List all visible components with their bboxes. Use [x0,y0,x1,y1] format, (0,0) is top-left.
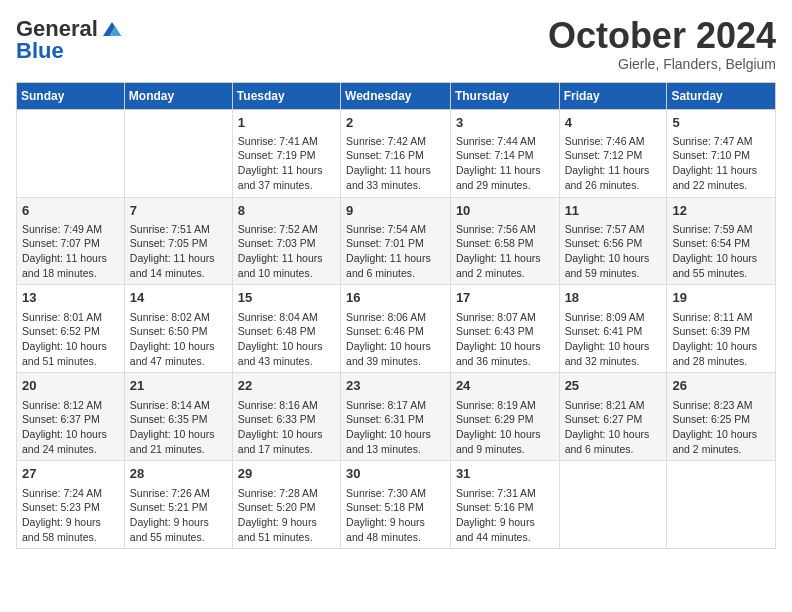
day-number: 13 [22,289,119,307]
day-info: Daylight: 10 hours and 32 minutes. [565,339,662,368]
calendar-cell: 26Sunrise: 8:23 AMSunset: 6:25 PMDayligh… [667,373,776,461]
day-info: Sunrise: 8:06 AM [346,310,445,325]
day-info: Sunrise: 7:47 AM [672,134,770,149]
day-info: Sunset: 6:50 PM [130,324,227,339]
day-info: Sunset: 5:18 PM [346,500,445,515]
day-info: Sunrise: 7:56 AM [456,222,554,237]
day-info: Sunrise: 7:30 AM [346,486,445,501]
day-number: 31 [456,465,554,483]
day-info: Daylight: 10 hours and 6 minutes. [565,427,662,456]
day-info: Sunset: 6:52 PM [22,324,119,339]
day-info: Sunset: 6:48 PM [238,324,335,339]
header-monday: Monday [124,82,232,109]
day-info: Sunset: 7:16 PM [346,148,445,163]
day-number: 30 [346,465,445,483]
calendar-cell: 7Sunrise: 7:51 AMSunset: 7:05 PMDaylight… [124,197,232,285]
calendar-cell: 25Sunrise: 8:21 AMSunset: 6:27 PMDayligh… [559,373,667,461]
day-info: Daylight: 10 hours and 59 minutes. [565,251,662,280]
day-number: 10 [456,202,554,220]
day-info: Sunset: 6:27 PM [565,412,662,427]
day-info: Daylight: 11 hours and 18 minutes. [22,251,119,280]
calendar-cell [17,109,125,197]
day-info: Daylight: 10 hours and 55 minutes. [672,251,770,280]
day-info: Daylight: 11 hours and 37 minutes. [238,163,335,192]
day-number: 6 [22,202,119,220]
calendar-cell: 20Sunrise: 8:12 AMSunset: 6:37 PMDayligh… [17,373,125,461]
day-info: Sunset: 6:41 PM [565,324,662,339]
day-info: Sunrise: 7:57 AM [565,222,662,237]
day-info: Sunset: 7:07 PM [22,236,119,251]
calendar-cell: 29Sunrise: 7:28 AMSunset: 5:20 PMDayligh… [232,461,340,549]
day-info: Daylight: 11 hours and 6 minutes. [346,251,445,280]
calendar-cell: 1Sunrise: 7:41 AMSunset: 7:19 PMDaylight… [232,109,340,197]
calendar-week-2: 6Sunrise: 7:49 AMSunset: 7:07 PMDaylight… [17,197,776,285]
day-info: Sunset: 7:03 PM [238,236,335,251]
calendar-body: 1Sunrise: 7:41 AMSunset: 7:19 PMDaylight… [17,109,776,549]
day-info: Sunrise: 7:49 AM [22,222,119,237]
logo-icon [101,20,123,38]
day-info: Sunrise: 8:17 AM [346,398,445,413]
day-info: Daylight: 11 hours and 26 minutes. [565,163,662,192]
calendar-cell: 10Sunrise: 7:56 AMSunset: 6:58 PMDayligh… [450,197,559,285]
header-thursday: Thursday [450,82,559,109]
day-number: 7 [130,202,227,220]
calendar-week-4: 20Sunrise: 8:12 AMSunset: 6:37 PMDayligh… [17,373,776,461]
day-info: Daylight: 10 hours and 28 minutes. [672,339,770,368]
calendar-week-3: 13Sunrise: 8:01 AMSunset: 6:52 PMDayligh… [17,285,776,373]
day-info: Sunset: 6:29 PM [456,412,554,427]
day-info: Sunrise: 7:54 AM [346,222,445,237]
calendar-cell: 9Sunrise: 7:54 AMSunset: 7:01 PMDaylight… [341,197,451,285]
day-number: 5 [672,114,770,132]
day-number: 19 [672,289,770,307]
calendar-cell: 28Sunrise: 7:26 AMSunset: 5:21 PMDayligh… [124,461,232,549]
day-number: 29 [238,465,335,483]
day-number: 1 [238,114,335,132]
day-number: 24 [456,377,554,395]
day-info: Sunrise: 7:51 AM [130,222,227,237]
day-info: Daylight: 10 hours and 51 minutes. [22,339,119,368]
day-number: 11 [565,202,662,220]
day-info: Sunrise: 8:14 AM [130,398,227,413]
day-info: Daylight: 11 hours and 22 minutes. [672,163,770,192]
header-tuesday: Tuesday [232,82,340,109]
day-info: Sunrise: 7:44 AM [456,134,554,149]
day-info: Sunset: 6:31 PM [346,412,445,427]
calendar-cell: 4Sunrise: 7:46 AMSunset: 7:12 PMDaylight… [559,109,667,197]
day-info: Sunset: 6:58 PM [456,236,554,251]
day-info: Sunset: 6:39 PM [672,324,770,339]
day-info: Daylight: 9 hours and 58 minutes. [22,515,119,544]
calendar-cell: 24Sunrise: 8:19 AMSunset: 6:29 PMDayligh… [450,373,559,461]
day-info: Sunrise: 7:46 AM [565,134,662,149]
day-info: Daylight: 9 hours and 44 minutes. [456,515,554,544]
day-info: Sunset: 6:37 PM [22,412,119,427]
calendar-cell: 21Sunrise: 8:14 AMSunset: 6:35 PMDayligh… [124,373,232,461]
day-info: Sunrise: 8:19 AM [456,398,554,413]
calendar-cell: 17Sunrise: 8:07 AMSunset: 6:43 PMDayligh… [450,285,559,373]
header-wednesday: Wednesday [341,82,451,109]
day-info: Sunset: 5:20 PM [238,500,335,515]
day-info: Sunset: 6:33 PM [238,412,335,427]
calendar-cell: 30Sunrise: 7:30 AMSunset: 5:18 PMDayligh… [341,461,451,549]
calendar-cell [667,461,776,549]
day-info: Sunrise: 8:07 AM [456,310,554,325]
calendar-table: Sunday Monday Tuesday Wednesday Thursday… [16,82,776,550]
day-number: 18 [565,289,662,307]
day-info: Daylight: 10 hours and 43 minutes. [238,339,335,368]
day-info: Sunrise: 8:12 AM [22,398,119,413]
day-info: Sunrise: 8:11 AM [672,310,770,325]
day-info: Sunrise: 8:21 AM [565,398,662,413]
day-info: Sunrise: 7:59 AM [672,222,770,237]
header-saturday: Saturday [667,82,776,109]
logo: General Blue [16,16,123,64]
day-info: Daylight: 11 hours and 10 minutes. [238,251,335,280]
day-info: Sunrise: 7:31 AM [456,486,554,501]
calendar-cell [559,461,667,549]
day-info: Daylight: 10 hours and 21 minutes. [130,427,227,456]
day-info: Sunset: 6:46 PM [346,324,445,339]
day-number: 27 [22,465,119,483]
day-number: 25 [565,377,662,395]
calendar-cell: 19Sunrise: 8:11 AMSunset: 6:39 PMDayligh… [667,285,776,373]
day-info: Sunrise: 8:02 AM [130,310,227,325]
day-info: Daylight: 10 hours and 17 minutes. [238,427,335,456]
day-info: Daylight: 10 hours and 13 minutes. [346,427,445,456]
